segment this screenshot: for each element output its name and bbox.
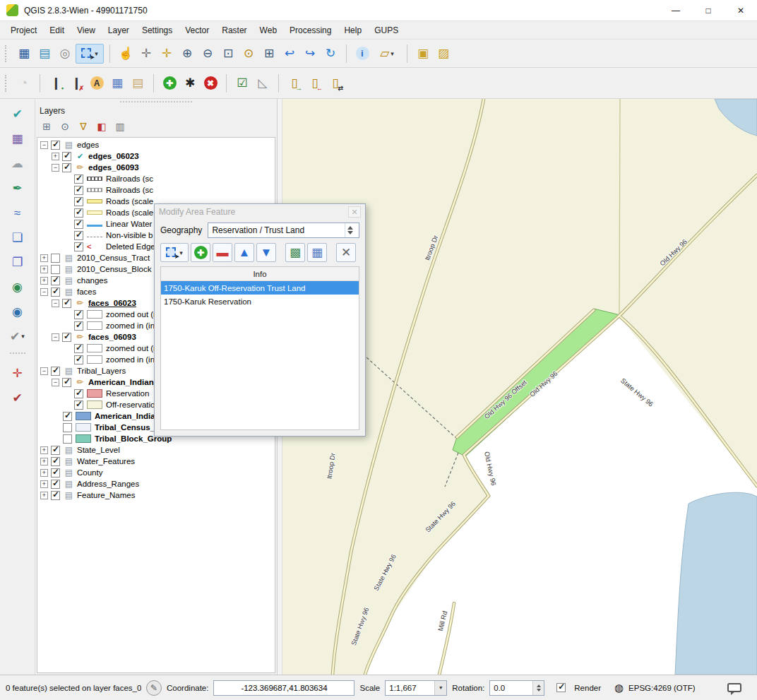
- globe-sync-tool-button[interactable]: ◉: [7, 301, 28, 322]
- layer-tree-row[interactable]: +✔edges_06023: [37, 150, 275, 162]
- layer-visibility-checkbox[interactable]: [63, 434, 72, 444]
- layer-visibility-checkbox[interactable]: [63, 423, 72, 432]
- add-group-button[interactable]: ⊞: [38, 118, 55, 135]
- vertex-menu-tool-button[interactable]: ✔▾: [7, 326, 28, 347]
- layer-visibility-checkbox[interactable]: [74, 197, 83, 206]
- layer-visibility-checkbox[interactable]: [51, 254, 60, 263]
- crosshair-tool-button[interactable]: ✛: [7, 362, 28, 384]
- identify-features-button[interactable]: i: [352, 44, 372, 64]
- layer-visibility-checkbox[interactable]: [51, 276, 60, 285]
- menu-project[interactable]: Project: [4, 23, 43, 38]
- coordinate-input[interactable]: [213, 680, 354, 696]
- tree-expander-minus-icon[interactable]: −: [52, 164, 59, 172]
- close-dialog-tool-button[interactable]: ✕: [336, 243, 356, 262]
- validate-map-button[interactable]: ☑: [232, 73, 252, 93]
- globe-add-tool-button[interactable]: ◉: [7, 276, 28, 297]
- tree-expander-plus-icon[interactable]: +: [40, 469, 48, 477]
- tree-expander-plus-icon[interactable]: +: [40, 254, 48, 262]
- layer-visibility-checkbox[interactable]: [62, 163, 71, 172]
- raster-grid-tool-button[interactable]: ▦: [7, 128, 28, 149]
- menu-view[interactable]: View: [71, 23, 102, 38]
- zoom-out-button[interactable]: ⊖: [198, 44, 217, 64]
- map-composer-button[interactable]: ▤: [35, 44, 54, 64]
- select-area-button[interactable]: ➤▾: [160, 243, 189, 262]
- measure-button[interactable]: ▱▾: [373, 44, 401, 64]
- select-area-dropdown-icon[interactable]: ▾: [179, 249, 183, 256]
- layer-visibility-checkbox[interactable]: [74, 321, 83, 331]
- layer-tree-row[interactable]: +▤Address_Ranges: [37, 478, 275, 490]
- layer-visibility-checkbox[interactable]: [51, 468, 60, 477]
- rotation-spin-buttons[interactable]: [532, 681, 544, 695]
- import-faces-button[interactable]: ▯←: [305, 73, 325, 93]
- menu-layer[interactable]: Layer: [102, 23, 136, 38]
- tree-expander-plus-icon[interactable]: +: [40, 277, 48, 285]
- layer-visibility-checkbox[interactable]: [74, 186, 83, 195]
- layer-visibility-button[interactable]: ⊙: [56, 118, 73, 135]
- copy-features-button[interactable]: ▣: [413, 44, 433, 64]
- layer-visibility-checkbox[interactable]: [74, 208, 83, 218]
- layer-visibility-checkbox[interactable]: [74, 389, 83, 398]
- tree-expander-minus-icon[interactable]: −: [52, 333, 59, 341]
- vertex-tool-button[interactable]: ✔: [7, 103, 28, 124]
- vertex-flag-tool-button[interactable]: ✔: [7, 387, 28, 408]
- tree-expander-plus-icon[interactable]: +: [40, 458, 48, 465]
- quill-tool-button[interactable]: ✒: [7, 177, 28, 198]
- zoom-to-area-button[interactable]: ▩: [285, 243, 305, 262]
- layer-visibility-checkbox[interactable]: [51, 265, 60, 274]
- geometry-tool-button[interactable]: ◺: [253, 73, 273, 93]
- filter-expression-button[interactable]: ◧: [93, 118, 110, 135]
- layer-visibility-checkbox[interactable]: [62, 333, 71, 342]
- layer-visibility-checkbox[interactable]: [74, 231, 83, 240]
- import-edges-button[interactable]: ▯→: [285, 73, 304, 93]
- select-features-dropdown-icon[interactable]: ▾: [95, 50, 98, 57]
- collapse-all-button[interactable]: ▥: [112, 118, 129, 135]
- layer-visibility-checkbox[interactable]: [74, 310, 83, 319]
- touch-zoom-button[interactable]: ☝: [116, 44, 136, 64]
- layer-visibility-checkbox[interactable]: [51, 457, 60, 466]
- crs-globe-icon[interactable]: ◍: [614, 682, 624, 694]
- tree-expander-minus-icon[interactable]: −: [40, 141, 48, 149]
- zoom-to-layer-button[interactable]: ⊞: [259, 44, 279, 64]
- layer-visibility-checkbox[interactable]: [63, 412, 72, 421]
- layer-visibility-checkbox[interactable]: [74, 242, 83, 251]
- tree-expander-plus-icon[interactable]: +: [40, 480, 48, 488]
- wave-tool-button[interactable]: ≈: [7, 202, 28, 223]
- messages-icon[interactable]: [727, 683, 741, 692]
- scale-dropdown-icon[interactable]: ▾: [434, 681, 446, 695]
- zoom-last-button[interactable]: ↩: [280, 44, 299, 64]
- layer-tree-row[interactable]: +▤County: [37, 467, 275, 478]
- maximize-button[interactable]: □: [692, 0, 725, 20]
- save-button[interactable]: ▦: [14, 44, 34, 64]
- edit-indicator-icon[interactable]: ✎: [146, 680, 162, 696]
- layer-tree-row[interactable]: +▤Water_Features: [37, 456, 275, 467]
- layer-visibility-checkbox[interactable]: [51, 491, 60, 500]
- layer-tree-row[interactable]: −✏edges_06093: [37, 162, 275, 173]
- layer-tree-row[interactable]: −▤edges: [37, 139, 275, 150]
- zoom-to-selection-button[interactable]: ⊙: [239, 44, 258, 64]
- add-marker-button[interactable]: ✚: [160, 73, 179, 93]
- layer-visibility-checkbox[interactable]: [74, 344, 83, 353]
- geography-combo[interactable]: Reservation / Trust Land: [208, 223, 359, 238]
- layer-tree-row[interactable]: +▤State_Level: [37, 444, 275, 456]
- star-marker-button[interactable]: ✱: [180, 73, 200, 93]
- add-area-button[interactable]: ✚: [191, 243, 210, 262]
- filter-legend-button[interactable]: ∇: [75, 118, 92, 135]
- zoom-in-button[interactable]: ⊕: [177, 44, 197, 64]
- menu-edit[interactable]: Edit: [43, 23, 71, 38]
- import-features-button[interactable]: ▯⇄: [326, 73, 345, 93]
- tree-expander-plus-icon[interactable]: +: [52, 153, 59, 160]
- layer-visibility-checkbox[interactable]: [51, 287, 60, 297]
- dialog-close-button[interactable]: ✕: [348, 206, 361, 218]
- menu-settings[interactable]: Settings: [136, 23, 179, 38]
- callout-select-tool-button[interactable]: ❏: [7, 227, 28, 248]
- tree-expander-plus-icon[interactable]: +: [40, 266, 48, 273]
- move-up-button[interactable]: ▲: [234, 243, 254, 262]
- layer-visibility-checkbox[interactable]: [74, 174, 83, 184]
- zoom-full-button[interactable]: ⊡: [218, 44, 238, 64]
- tree-expander-minus-icon[interactable]: −: [40, 288, 48, 296]
- scale-combo[interactable]: 1:1,667 ▾: [385, 680, 447, 696]
- layer-visibility-checkbox[interactable]: [74, 220, 83, 229]
- notes-tool-button[interactable]: ▤: [128, 73, 148, 93]
- cloud-tool-button[interactable]: ☁: [7, 153, 28, 174]
- tree-expander-plus-icon[interactable]: +: [40, 492, 48, 499]
